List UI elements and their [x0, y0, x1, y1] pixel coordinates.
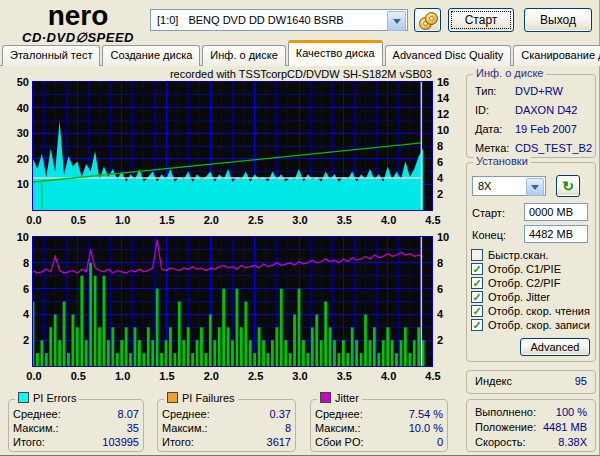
refresh-icon: ↻ [562, 178, 574, 194]
stat-row: Среднее:8.07 [13, 408, 139, 420]
drive-selector[interactable]: [1:0] BENQ DVD DD DW1640 BSRB [150, 9, 408, 31]
speed-select[interactable]: 8X [472, 176, 546, 196]
speed-value: 8X [478, 180, 491, 192]
stat-box-pi-errors: PI ErrorsСреднее:8.07Максим.:35Итого:103… [8, 399, 144, 452]
x-axis-tick: 3.0 [289, 370, 311, 382]
y-axis-tick: 40 [0, 102, 29, 114]
progress-box: Выполнено:100 %Положение:4481 MBСкорость… [466, 399, 596, 452]
checkbox-6[interactable]: ✓ [471, 319, 483, 331]
settings-title: Установки [473, 155, 531, 167]
chevron-down-icon [531, 185, 539, 190]
y-axis-tick-right: 10 [437, 124, 449, 136]
legend-swatch-icon [167, 392, 178, 403]
tab-5[interactable]: Advanced Disc Quality [385, 45, 512, 66]
x-axis-tick: 4.5 [422, 214, 444, 226]
checkbox-1[interactable] [471, 249, 483, 261]
y-axis-tick: 4 [0, 308, 29, 320]
y-axis-tick-right: 12 [437, 108, 449, 120]
end-position-input[interactable] [524, 225, 588, 243]
y-axis-tick-right: 2 [437, 334, 443, 346]
checkbox-4[interactable]: ✓ [471, 291, 483, 303]
tab-4[interactable]: Качество диска [288, 40, 383, 66]
checkbox-label: Отобр. Jitter [488, 291, 550, 303]
chevron-down-icon [393, 19, 401, 24]
nero-logo: nero CD·DVD∅SPEED [8, 2, 148, 44]
checkbox-5[interactable]: ✓ [471, 305, 483, 317]
disc-info-row: Метка:CDS_TEST_B2 [475, 142, 587, 154]
drive-selector-dropdown-button[interactable] [387, 11, 406, 31]
y-axis-tick-right: 2 [437, 188, 443, 200]
y-axis-tick: 10 [0, 231, 29, 243]
start-position-input[interactable] [524, 203, 588, 221]
x-axis-tick: 3.5 [333, 214, 355, 226]
x-axis-tick: 4.0 [378, 214, 400, 226]
end-position-label: Конец: [472, 229, 506, 241]
checkbox-label: Отобр. скор. записи [488, 319, 590, 331]
exit-button[interactable]: Выход [524, 8, 592, 32]
y-axis-tick: 2 [0, 334, 29, 346]
x-axis-tick: 2.5 [245, 214, 267, 226]
checkbox-2[interactable]: ✓ [471, 263, 483, 275]
y-axis-tick: 20 [0, 153, 29, 165]
drive-name: BENQ DVD DD DW1640 BSRB [188, 14, 343, 26]
tab-6[interactable]: Сканирование диска [513, 45, 600, 66]
start-button[interactable]: Старт [448, 8, 514, 32]
x-axis-tick: 2.0 [200, 214, 222, 226]
stat-row: Сбои PO:0 [315, 436, 443, 448]
progress-row: Выполнено:100 % [475, 406, 587, 418]
disc-info-title: Инф. о диске [473, 67, 546, 79]
drive-id: [1:0] [157, 14, 178, 26]
y-axis-tick-right: 10 [437, 231, 449, 243]
x-axis-tick: 3.0 [289, 214, 311, 226]
start-position-label: Старт: [472, 207, 505, 219]
logo-nero-text: nero [8, 2, 148, 30]
checkbox-label: Быстр.скан. [488, 249, 549, 261]
progress-row: Положение:4481 MB [475, 421, 587, 433]
x-axis-tick: 0.0 [23, 370, 45, 382]
speed-dropdown-button[interactable] [526, 178, 544, 196]
stat-row: Среднее:0.37 [162, 408, 291, 420]
x-axis-tick: 1.5 [156, 214, 178, 226]
y-axis-tick: 8 [0, 257, 29, 269]
y-axis-tick-right: 14 [437, 92, 449, 104]
checkbox-3[interactable]: ✓ [471, 277, 483, 289]
x-axis-tick: 4.5 [422, 370, 444, 382]
x-axis-tick: 1.5 [156, 370, 178, 382]
checkbox-label: Отобр. скор. чтения [488, 305, 590, 317]
stat-row: Максим.:10.0 % [315, 422, 443, 434]
sidebar: Инф. о диске Тип:DVD+RWID:DAXON D42Дата:… [464, 68, 598, 456]
y-axis-tick-right: 6 [437, 283, 443, 295]
stat-row: Итого:103995 [13, 436, 139, 448]
disc-info-row: ID:DAXON D42 [475, 104, 587, 116]
stat-row: Максим.:8 [162, 422, 291, 434]
advanced-button[interactable]: Advanced [520, 338, 590, 356]
x-axis-tick: 3.5 [333, 370, 355, 382]
y-axis-tick-right: 4 [437, 308, 443, 320]
stat-box-jitter: JitterСреднее:7.54 %Максим.:10.0 %Сбои P… [310, 399, 448, 452]
eject-disc-button[interactable] [414, 8, 441, 32]
tab-2[interactable]: Создание диска [102, 45, 200, 66]
disc-info-row: Тип:DVD+RW [475, 85, 587, 97]
legend-swatch-icon [320, 392, 331, 403]
checkbox-label: Отобр. C1/PIE [488, 263, 561, 275]
stat-row: Максим.:35 [13, 422, 139, 434]
y-axis-tick-right: 6 [437, 156, 443, 168]
x-axis-tick: 2.0 [200, 370, 222, 382]
x-axis-tick: 0.5 [67, 214, 89, 226]
y-axis-tick-right: 8 [437, 257, 443, 269]
index-label: Индекс [475, 375, 575, 387]
progress-row: Скорость:8.38X [475, 436, 587, 448]
x-axis-tick: 2.5 [245, 370, 267, 382]
legend-swatch-icon [18, 392, 29, 403]
pi-failures-chart [32, 236, 433, 367]
refresh-button[interactable]: ↻ [556, 175, 580, 197]
quality-chart-panel: recorded with TSSTcorpCD/DVDW SH-S182M v… [0, 66, 462, 392]
y-axis-tick: 30 [0, 127, 29, 139]
stat-row: Итого:3617 [162, 436, 291, 448]
y-axis-tick: 6 [0, 283, 29, 295]
y-axis-tick-right: 8 [437, 140, 443, 152]
tab-3[interactable]: Инф. о диске [202, 45, 285, 66]
x-axis-tick: 4.0 [378, 370, 400, 382]
disc-info-row: Дата:19 Feb 2007 [475, 123, 587, 135]
tab-1[interactable]: Эталонный тест [2, 45, 100, 66]
